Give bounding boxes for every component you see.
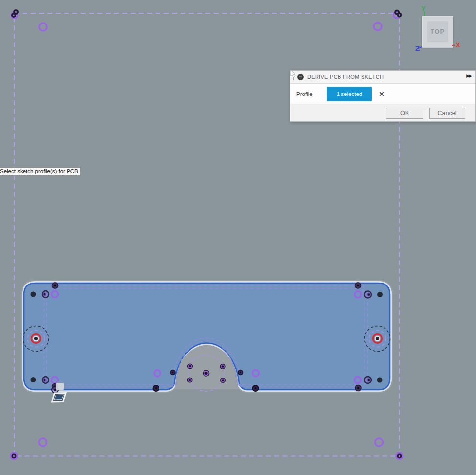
axis-x-label: X	[456, 41, 460, 48]
fusion-canvas[interactable]: Select sketch profile(s) for PCB Y TOP X…	[0, 0, 476, 475]
profile-selection-button[interactable]: 1 selected	[327, 87, 372, 101]
corner-marker-tl	[11, 9, 19, 18]
dialog-title: DERIVE PCB FROM SKETCH	[307, 74, 384, 80]
profile-row: Profile 1 selected ✕	[290, 84, 475, 104]
corner-marker-tr	[394, 10, 402, 18]
derive-pcb-dialog: − DERIVE PCB FROM SKETCH ▶▶ Profile 1 se…	[290, 70, 476, 122]
viewcube-cube[interactable]: TOP	[422, 16, 453, 48]
expand-arrows-icon[interactable]: ▶▶	[466, 73, 471, 78]
clear-selection-icon[interactable]: ✕	[379, 90, 385, 98]
dialog-header[interactable]: − DERIVE PCB FROM SKETCH ▶▶	[290, 71, 475, 84]
cancel-button[interactable]: Cancel	[429, 108, 465, 119]
ok-button[interactable]: OK	[386, 108, 423, 119]
axis-z-label: Z	[415, 44, 420, 52]
viewcube-face-label: TOP	[431, 28, 445, 35]
profile-label: Profile	[296, 91, 327, 97]
selection-count-label: 1 selected	[337, 91, 362, 97]
notch-center-point	[203, 370, 210, 377]
axis-y-line	[424, 11, 425, 16]
cursor-icon	[290, 71, 296, 78]
status-tooltip: Select sketch profile(s) for PCB	[0, 167, 81, 176]
corner-marker-br	[396, 453, 403, 459]
dialog-footer: OK Cancel	[290, 104, 475, 121]
corner-marker-bl	[11, 453, 17, 459]
collapse-icon[interactable]: −	[297, 74, 304, 80]
viewcube-top-face[interactable]: TOP	[427, 21, 448, 42]
viewcube[interactable]: Y TOP X Z	[411, 0, 476, 59]
axis-x-line	[452, 45, 455, 46]
